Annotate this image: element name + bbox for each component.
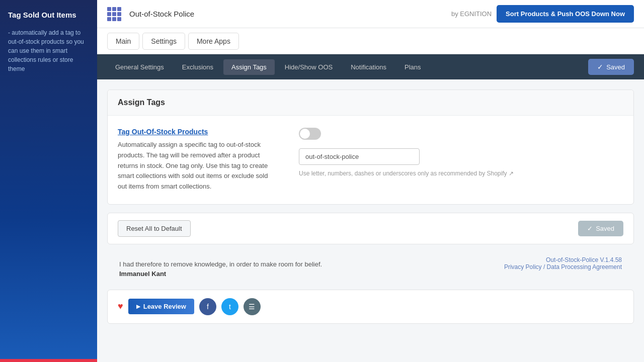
tab-settings[interactable]: Settings <box>142 33 185 50</box>
quote-text: I had therefore to remove knowledge, in … <box>119 260 322 268</box>
assign-tags-card-header: Assign Tags <box>108 90 633 116</box>
tab-main[interactable]: Main <box>107 33 139 50</box>
sidebar-description: - automatically add a tag to out-of-stoc… <box>0 25 97 81</box>
shopify-link-icon: ↗ <box>509 170 514 177</box>
sec-tab-general-settings[interactable]: General Settings <box>107 59 172 75</box>
secondary-nav: General Settings Exclusions Assign Tags … <box>97 54 644 79</box>
saved-button[interactable]: ✓ Saved <box>578 221 623 236</box>
saved-button-label: Saved <box>596 225 614 232</box>
list-icon: ☰ <box>249 303 255 311</box>
secondary-saved-button[interactable]: ✓ Saved <box>588 59 634 75</box>
reset-all-button[interactable]: Reset All to Default <box>118 220 191 237</box>
setting-control-col: Use letter, numbers, dashes or underscor… <box>299 128 623 178</box>
quote-author: Immanuel Kant <box>119 270 322 278</box>
tag-input-wrap: Use letter, numbers, dashes or underscor… <box>299 148 623 178</box>
tag-oos-toggle[interactable] <box>299 128 321 140</box>
tab-more-apps[interactable]: More Apps <box>188 33 239 50</box>
input-hint-text: Use letter, numbers, dashes or underscor… <box>299 170 507 177</box>
setting-label-col: Tag Out-Of-Stock Products Automatically … <box>118 128 279 192</box>
facebook-icon: f <box>207 303 209 311</box>
list-button[interactable]: ☰ <box>244 298 261 315</box>
sec-tab-plans[interactable]: Plans <box>396 59 429 75</box>
tag-input[interactable] <box>299 148 420 165</box>
top-tabs-container: Main Settings More Apps <box>107 33 239 50</box>
input-hint: Use letter, numbers, dashes or underscor… <box>299 169 623 178</box>
facebook-button[interactable]: f <box>199 298 216 315</box>
footer-quote: I had therefore to remove knowledge, in … <box>109 252 332 286</box>
sidebar: Tag Sold Out Items - automatically add a… <box>0 0 97 362</box>
sec-tab-assign-tags[interactable]: Assign Tags <box>223 59 275 75</box>
review-bar: ♥ Leave Review f t ☰ <box>107 290 634 324</box>
secondary-saved-label: Saved <box>606 63 625 71</box>
assign-tags-card-body: Tag Out-Of-Stock Products Automatically … <box>108 116 633 204</box>
twitter-button[interactable]: t <box>221 298 238 315</box>
action-bar: Reset All to Default ✓ Saved <box>107 213 634 244</box>
sec-tab-exclusions[interactable]: Exclusions <box>174 59 221 75</box>
leave-review-button[interactable]: Leave Review <box>128 299 194 314</box>
privacy-link[interactable]: Privacy Policy / Data Processing Agreeme… <box>504 263 622 270</box>
sec-tab-hide-show-oos[interactable]: Hide/Show OOS <box>277 59 341 75</box>
assign-tags-heading: Assign Tags <box>118 98 623 107</box>
footer-links: Out-of-Stock-Police V.1.4.58 Privacy Pol… <box>494 252 632 279</box>
main-content: Out-of-Stock Police by EGNITION Sort Pro… <box>97 0 644 362</box>
assign-tags-card: Assign Tags Tag Out-Of-Stock Products Au… <box>107 89 634 205</box>
section-title[interactable]: Tag Out-Of-Stock Products <box>118 128 279 136</box>
app-name: Out-of-Stock Police <box>129 10 446 18</box>
page-content: Assign Tags Tag Out-Of-Stock Products Au… <box>97 79 644 362</box>
by-label: by EGNITION <box>451 10 492 18</box>
sort-button[interactable]: Sort Products & Push OOS Down Now <box>497 5 634 23</box>
topbar: Out-of-Stock Police by EGNITION Sort Pro… <box>97 0 644 28</box>
saved-check-icon: ✓ <box>597 63 603 71</box>
saved-check-small-icon: ✓ <box>587 225 593 232</box>
tag-oos-products-row: Tag Out-Of-Stock Products Automatically … <box>118 128 623 192</box>
toggle-wrap <box>299 128 623 141</box>
app-icon <box>107 7 121 21</box>
version-link[interactable]: Out-of-Stock-Police V.1.4.58 <box>546 256 622 263</box>
heart-icon: ♥ <box>118 301 123 312</box>
sec-tab-notifications[interactable]: Notifications <box>343 59 394 75</box>
top-nav: Main Settings More Apps <box>97 28 644 54</box>
sidebar-title: Tag Sold Out Items <box>0 0 97 25</box>
section-description: Automatically assign a specific tag to o… <box>118 140 279 192</box>
twitter-icon: t <box>229 303 231 311</box>
